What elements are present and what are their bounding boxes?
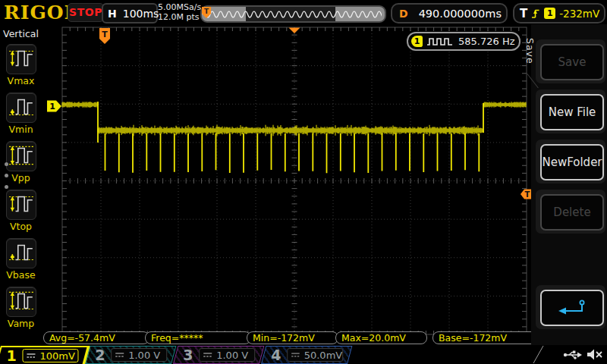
channel-number: 1 xyxy=(6,347,16,364)
dc-coupling-icon xyxy=(115,351,124,359)
dc-coupling-icon xyxy=(203,351,212,359)
menu-button-new-file[interactable]: New File xyxy=(540,94,604,130)
trace-markers: T1T xyxy=(47,28,533,199)
channel-number: 3 xyxy=(183,347,193,363)
channel-scale-value: 100mV xyxy=(39,350,74,362)
ch1-ground-marker: 1 xyxy=(47,101,61,112)
menu-button-return[interactable] xyxy=(540,290,604,326)
counter-frequency-value: 585.726 Hz xyxy=(458,36,515,47)
waveform-display: T1T xyxy=(0,0,607,364)
channel-scale-box: 50.0mV xyxy=(287,348,343,362)
menu-button-delete[interactable]: Delete xyxy=(540,194,604,231)
channel-1-status[interactable]: 1 100mV xyxy=(0,346,93,364)
svg-text:T: T xyxy=(102,30,108,39)
channel-2-status[interactable]: 2 1.00 V xyxy=(85,346,176,364)
square-wave-icon xyxy=(426,36,454,47)
measurement-readout-1: Avg=-57.4mV xyxy=(43,331,149,344)
measurement-readout-2: Freq=***** xyxy=(145,331,251,344)
channel-number: 4 xyxy=(271,347,281,363)
frequency-counter-badge: 1 585.726 Hz xyxy=(407,32,521,51)
usb-icon xyxy=(563,349,583,361)
graticule xyxy=(62,27,527,334)
measurement-readout-3: Min=-172mV xyxy=(247,331,338,344)
horizontal-center-marker xyxy=(289,28,300,34)
measurement-readout-4: Max=20.0mV xyxy=(335,331,427,344)
menu-tab-label: Save xyxy=(524,38,536,64)
channel-scale-box: 1.00 V xyxy=(111,348,167,362)
channel-scale-value: 1.00 V xyxy=(128,350,160,361)
channel-scale-box: 100mV xyxy=(22,349,78,362)
dc-coupling-icon xyxy=(291,351,300,359)
speaker-muted-icon xyxy=(586,348,604,361)
menu-button-newfolder[interactable]: NewFolder xyxy=(540,144,604,180)
menu-button-save[interactable]: Save xyxy=(540,44,604,80)
counter-channel-badge: 1 xyxy=(411,36,423,47)
channel-scale-value: 50.0mV xyxy=(304,350,343,361)
return-arrow-icon xyxy=(556,298,588,318)
footer-separator xyxy=(531,345,546,364)
save-menu-panel: Save SaveNew FileNewFolderDelete xyxy=(531,24,607,345)
channel-status-bar: 1 100mV2 1.00 V3 1.00 V4 50.0mV xyxy=(0,345,607,364)
trigger-position-flag: T xyxy=(99,28,110,44)
dc-coupling-icon xyxy=(26,352,36,359)
channel-scale-value: 1.00 V xyxy=(216,350,248,361)
channel-4-status[interactable]: 4 50.0mV xyxy=(261,346,352,364)
svg-text:1: 1 xyxy=(49,102,55,111)
channel-scale-box: 1.00 V xyxy=(199,348,255,362)
channel-3-status[interactable]: 3 1.00 V xyxy=(173,346,264,364)
channel-number: 2 xyxy=(95,347,105,363)
svg-text:T: T xyxy=(525,190,530,199)
measurement-readout-5: Base=-172mV xyxy=(432,331,538,344)
oscilloscope-screen: RIGOL STOP H 100ms 5.00MSa/s 12.0M pts T… xyxy=(0,0,607,364)
